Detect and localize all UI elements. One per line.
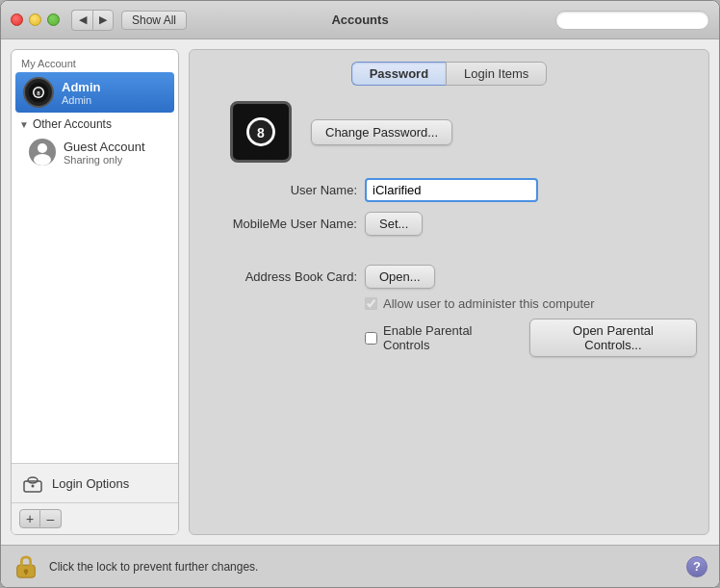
- back-button[interactable]: ◀: [71, 10, 92, 31]
- admin-avatar: 8: [23, 77, 54, 108]
- panel-content: 8 Change Password... User Name: MobileMe…: [201, 101, 697, 523]
- svg-point-8: [32, 485, 35, 488]
- triangle-icon: ▼: [19, 119, 29, 130]
- remove-account-button[interactable]: –: [40, 509, 62, 528]
- change-password-button[interactable]: Change Password...: [311, 119, 452, 145]
- maximize-button[interactable]: [47, 13, 60, 26]
- bottom-bar: Click the lock to prevent further change…: [1, 545, 719, 587]
- forward-button[interactable]: ▶: [92, 10, 114, 31]
- svg-point-5: [34, 154, 51, 166]
- admin-checkbox[interactable]: [365, 297, 377, 310]
- sidebar-item-guest[interactable]: Guest Account Sharing only: [12, 135, 178, 169]
- lock-icon-wrap[interactable]: [13, 553, 39, 580]
- sidebar: My Account 8 Admin Admin: [11, 49, 179, 535]
- username-label: User Name:: [201, 183, 365, 197]
- sidebar-item-admin[interactable]: 8 Admin Admin: [15, 72, 174, 113]
- tab-login-items[interactable]: Login Items: [446, 62, 547, 86]
- minimize-button[interactable]: [29, 13, 41, 26]
- parental-checkbox-label: Enable Parental Controls: [383, 323, 520, 352]
- mobileme-label: MobileMe User Name:: [201, 217, 365, 231]
- sidebar-scroll-area: My Account 8 Admin Admin: [12, 50, 178, 463]
- admin-checkbox-label: Allow user to administer this computer: [383, 296, 595, 311]
- parental-checkbox[interactable]: [365, 332, 377, 345]
- open-address-book-button[interactable]: Open...: [365, 265, 435, 289]
- admin-name: Admin: [62, 80, 100, 94]
- guest-avatar: [29, 139, 56, 166]
- username-input[interactable]: [365, 178, 538, 202]
- sidebar-bottom: + –: [12, 502, 178, 534]
- show-all-button[interactable]: Show All: [121, 11, 187, 30]
- admin-account-info: Admin Admin: [62, 80, 100, 106]
- admin-role: Admin: [62, 94, 100, 106]
- user-avatar-large[interactable]: 8: [230, 101, 292, 163]
- window-title: Accounts: [331, 13, 388, 27]
- titlebar: ◀ ▶ Show All Accounts: [1, 1, 719, 39]
- login-options-label: Login Options: [52, 476, 129, 491]
- accounts-window: ◀ ▶ Show All Accounts My Account: [0, 0, 720, 588]
- svg-point-4: [38, 143, 47, 153]
- address-book-label: Address Book Card:: [201, 269, 365, 284]
- guest-name: Guest Account: [64, 140, 145, 154]
- other-accounts-header: ▼ Other Accounts: [12, 114, 178, 135]
- open-parental-controls-button[interactable]: Open Parental Controls...: [529, 319, 697, 357]
- lock-text: Click the lock to prevent further change…: [49, 560, 686, 574]
- right-panel: Password Login Items 8 Change Password..…: [189, 49, 709, 535]
- main-content: My Account 8 Admin Admin: [1, 39, 719, 545]
- guest-account-info: Guest Account Sharing only: [64, 140, 145, 166]
- login-options-icon: [21, 472, 44, 495]
- avatar-row: 8 Change Password...: [201, 101, 697, 163]
- address-book-row: Address Book Card: Open...: [201, 265, 697, 289]
- tab-password[interactable]: Password: [351, 62, 446, 86]
- set-button[interactable]: Set...: [365, 212, 423, 236]
- traffic-lights: [11, 13, 60, 26]
- username-row: User Name:: [201, 178, 697, 202]
- nav-buttons: ◀ ▶: [71, 10, 114, 31]
- search-input[interactable]: [555, 11, 709, 30]
- svg-rect-15: [25, 571, 27, 575]
- mobileme-row: MobileMe User Name: Set...: [201, 212, 697, 236]
- parental-checkbox-row: Enable Parental Controls Open Parental C…: [201, 319, 697, 357]
- svg-text:8: 8: [257, 125, 265, 141]
- my-account-label: My Account: [12, 54, 178, 71]
- guest-sub: Sharing only: [64, 154, 145, 166]
- other-accounts-label: Other Accounts: [33, 117, 112, 131]
- tabs: Password Login Items: [201, 62, 697, 86]
- close-button[interactable]: [11, 13, 23, 26]
- admin-checkbox-row: Allow user to administer this computer: [201, 296, 697, 311]
- help-button[interactable]: ?: [686, 556, 707, 577]
- add-account-button[interactable]: +: [19, 509, 40, 528]
- login-options-row[interactable]: Login Options: [12, 463, 178, 502]
- svg-rect-7: [28, 477, 38, 483]
